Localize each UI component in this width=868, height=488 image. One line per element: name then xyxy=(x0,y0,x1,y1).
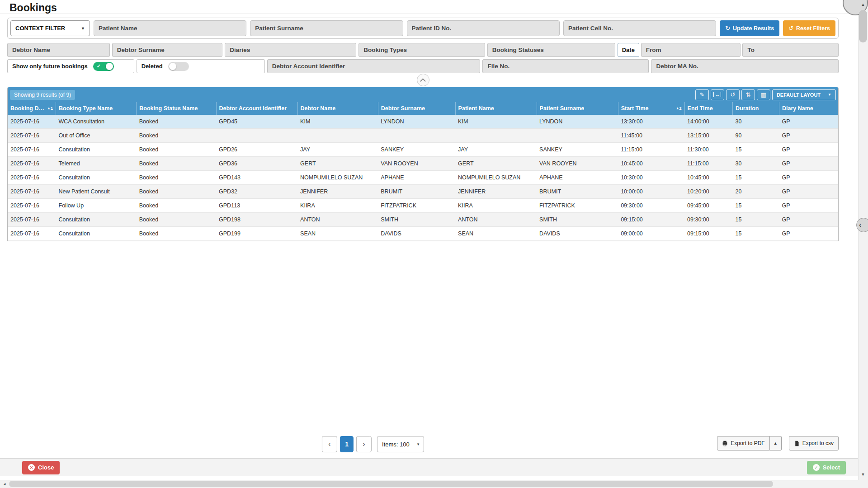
table-row[interactable]: 2025-07-16Follow UpBookedGPD113KIIRAFITZ… xyxy=(8,199,838,213)
column-label: Patient Surname xyxy=(540,105,585,112)
export-csv-button[interactable]: Export to csv xyxy=(789,436,839,450)
pager-row: ‹ 1 › Items: 100 ▾ Export to PDF xyxy=(7,436,839,452)
current-page-button[interactable]: 1 xyxy=(340,436,354,452)
date-to-input[interactable] xyxy=(742,43,839,57)
collapse-filters-button[interactable] xyxy=(417,74,429,86)
table-cell: Booked xyxy=(137,157,216,171)
items-per-page-select[interactable]: Items: 100 ▾ xyxy=(377,436,424,452)
update-results-label: Update Results xyxy=(733,25,774,32)
column-header[interactable]: Debtor Surname xyxy=(378,102,455,115)
table-cell: 10:45:00 xyxy=(684,171,733,185)
debtor-name-input[interactable] xyxy=(7,43,110,57)
column-header[interactable]: Patient Surname xyxy=(537,102,618,115)
table-cell: JENNIFER xyxy=(455,185,537,199)
columns-icon-button[interactable]: ▥ xyxy=(757,89,770,100)
table-row[interactable]: 2025-07-16ConsultationBookedGPD199SEANDA… xyxy=(8,227,838,241)
table-row[interactable]: 2025-07-16TelemedBookedGPD36GERTVAN ROOY… xyxy=(8,157,838,171)
column-label: Debtor Account Identifier xyxy=(219,105,287,112)
table-cell: 11:15:00 xyxy=(684,157,733,171)
close-button[interactable]: ✕ Close xyxy=(22,461,60,474)
column-header[interactable]: Patient Name xyxy=(455,102,537,115)
scroll-down-arrow[interactable]: ▼ xyxy=(858,470,868,479)
chevron-right-icon: › xyxy=(363,440,365,448)
layout-selector[interactable]: DEFAULT LAYOUT ▼ xyxy=(772,89,836,100)
column-header[interactable]: Duration xyxy=(733,102,779,115)
table-cell: 09:15:00 xyxy=(618,213,684,227)
deleted-toggle[interactable]: ✓ xyxy=(168,62,189,71)
current-page-number: 1 xyxy=(345,441,349,448)
export-options-button[interactable]: ▲ xyxy=(770,436,782,450)
debtor-ma-input[interactable] xyxy=(651,59,839,73)
table-cell xyxy=(455,129,537,143)
patient-surname-input[interactable] xyxy=(250,20,403,36)
table-cell: LYNDON xyxy=(378,115,455,129)
booking-statuses-input[interactable] xyxy=(487,43,615,57)
table-cell: 2025-07-16 xyxy=(8,213,56,227)
column-header[interactable]: Booking Status Name xyxy=(137,102,216,115)
booking-types-input[interactable] xyxy=(359,43,485,57)
diaries-input[interactable] xyxy=(225,43,356,57)
column-header[interactable]: Booking Date▲1 xyxy=(8,102,56,115)
table-cell: 15 xyxy=(733,143,779,157)
scroll-up-arrow[interactable]: ▲ xyxy=(858,0,868,9)
vertical-scrollbar[interactable] xyxy=(858,0,868,480)
column-header[interactable]: Diary Name xyxy=(779,102,838,115)
printer-icon xyxy=(722,441,728,446)
next-page-button[interactable]: › xyxy=(356,436,372,452)
caret-down-icon: ▼ xyxy=(81,26,85,31)
table-cell: 15 xyxy=(733,199,779,213)
table-cell: ANTON xyxy=(297,213,378,227)
column-header[interactable]: End Time xyxy=(684,102,733,115)
chevron-left-icon: ‹ xyxy=(859,221,861,229)
table-cell: 10:45:00 xyxy=(618,157,684,171)
previous-page-button[interactable]: ‹ xyxy=(322,436,337,452)
table-cell: GPD199 xyxy=(216,227,297,241)
export-pdf-button[interactable]: Export to PDF xyxy=(717,436,769,450)
table-row[interactable]: 2025-07-16New Patient ConsultBookedGPD32… xyxy=(8,185,838,199)
side-panel-handle[interactable]: ‹ xyxy=(856,218,868,232)
table-cell: 09:15:00 xyxy=(684,227,733,241)
column-header[interactable]: Booking Type Name xyxy=(56,102,137,115)
table-cell: APHANE xyxy=(378,171,455,185)
patient-name-input[interactable] xyxy=(94,20,246,36)
column-label: Start Time xyxy=(621,105,649,112)
column-header[interactable]: Debtor Account Identifier xyxy=(216,102,297,115)
table-cell: SEAN xyxy=(297,227,378,241)
table-cell: GP xyxy=(779,171,838,185)
table-cell: Consultation xyxy=(56,171,137,185)
table-row[interactable]: 2025-07-16ConsultationBookedGPD143NOMPUM… xyxy=(8,171,838,185)
file-no-input[interactable] xyxy=(482,59,649,73)
table-cell: 09:45:00 xyxy=(684,199,733,213)
context-filter-select[interactable]: CONTEXT FILTER ▼ xyxy=(10,20,90,36)
sort-icon-button[interactable]: ⇅ xyxy=(741,89,755,100)
patient-cell-input[interactable] xyxy=(563,20,716,36)
chevron-up-icon xyxy=(420,78,426,84)
table-row[interactable]: 2025-07-16WCA ConsultationBookedGPD45KIM… xyxy=(8,115,838,129)
debtor-surname-input[interactable] xyxy=(112,43,222,57)
fit-columns-icon-button[interactable]: ↔ xyxy=(711,89,724,100)
column-header[interactable]: Debtor Name xyxy=(297,102,378,115)
scroll-left-arrow[interactable]: ◄ xyxy=(0,480,9,488)
edit-icon-button[interactable]: ✎ xyxy=(695,89,709,100)
table-row[interactable]: 2025-07-16ConsultationBookedGPD26JAYSANK… xyxy=(8,143,838,157)
table-row[interactable]: 2025-07-16Out of OfficeBooked11:45:0013:… xyxy=(8,129,838,143)
future-bookings-toggle[interactable]: ✓ xyxy=(93,62,114,71)
date-from-input[interactable] xyxy=(641,43,741,57)
patient-id-input[interactable] xyxy=(407,20,560,36)
select-button[interactable]: ✓ Select xyxy=(807,461,846,474)
reset-filters-button[interactable]: ↺ Reset Filters xyxy=(783,20,835,36)
horizontal-scroll-thumb[interactable] xyxy=(9,481,773,487)
debtor-account-input[interactable] xyxy=(267,59,481,73)
column-header[interactable]: Start Time▲2 xyxy=(618,102,684,115)
table-row[interactable]: 2025-07-16ConsultationBookedGPD198ANTONS… xyxy=(8,213,838,227)
table-cell: GPD32 xyxy=(216,185,297,199)
table-cell: GPD143 xyxy=(216,171,297,185)
reset-grid-icon-button[interactable]: ↺ xyxy=(726,89,740,100)
vertical-scroll-thumb[interactable] xyxy=(859,10,867,42)
table-cell: GP xyxy=(779,213,838,227)
table-cell: JAY xyxy=(297,143,378,157)
table-cell: GPD45 xyxy=(216,115,297,129)
select-label: Select xyxy=(823,464,840,471)
update-results-button[interactable]: ↻ Update Results xyxy=(720,20,779,36)
table-cell: 13:15:00 xyxy=(684,129,733,143)
